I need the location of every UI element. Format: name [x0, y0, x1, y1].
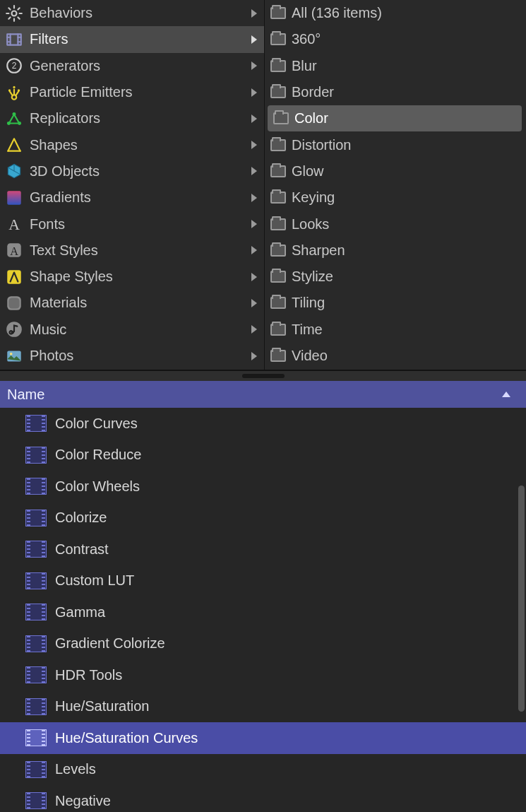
- subcategory-label: Sharpen: [292, 242, 526, 259]
- category-label: Photos: [30, 348, 246, 364]
- filter-item-icon: [25, 761, 47, 778]
- library-item-row[interactable]: Color Curves: [0, 408, 526, 440]
- library-item-row[interactable]: Levels: [0, 754, 526, 786]
- library-item-label: Contrast: [55, 541, 109, 558]
- folder-icon: [270, 139, 286, 151]
- badge2-icon: 2: [4, 56, 24, 76]
- library-item-row[interactable]: Hue/Saturation Curves: [0, 722, 526, 754]
- folder-icon: [270, 297, 286, 309]
- library-items-list: Color CurvesColor ReduceColor WheelsColo…: [0, 408, 526, 812]
- library-item-row[interactable]: HDR Tools: [0, 659, 526, 691]
- folder-icon: [270, 324, 286, 336]
- library-category-materials[interactable]: Materials: [0, 290, 264, 316]
- disclosure-arrow-icon: [251, 246, 257, 254]
- svg-point-26: [11, 331, 14, 334]
- library-item-row[interactable]: Color Reduce: [0, 440, 526, 471]
- scrollbar-thumb[interactable]: [518, 486, 525, 712]
- subcategory-label: Border: [292, 84, 526, 100]
- filter-item-icon: [25, 541, 47, 558]
- library-subcategory-time[interactable]: Time: [265, 317, 526, 343]
- category-label: Shape Styles: [30, 269, 246, 285]
- library-items-pane: Name Color CurvesColor ReduceColor Wheel…: [0, 381, 526, 812]
- folder-icon: [273, 112, 289, 124]
- library-subcategory-glow[interactable]: Glow: [265, 158, 526, 184]
- library-category-text-styles[interactable]: AText Styles: [0, 237, 264, 264]
- library-category-fonts[interactable]: AFonts: [0, 211, 264, 237]
- library-category-replicators[interactable]: Replicators: [0, 105, 264, 131]
- library-item-label: Color Reduce: [55, 447, 141, 463]
- library-browser-top: BehaviorsFilters2GeneratorsParticle Emit…: [0, 0, 526, 371]
- filmstrip-icon: [4, 30, 24, 49]
- library-item-label: Gradient Colorize: [55, 635, 165, 652]
- library-item-label: Colorize: [55, 510, 107, 526]
- category-label: Filters: [30, 31, 246, 47]
- gear-icon: [4, 4, 24, 23]
- library-subcategory-keying[interactable]: Keying: [265, 184, 526, 211]
- library-category-behaviors[interactable]: Behaviors: [0, 0, 264, 26]
- folder-icon: [270, 86, 286, 98]
- library-item-label: HDR Tools: [55, 667, 122, 683]
- svg-point-12: [13, 86, 15, 88]
- library-subcategory-border[interactable]: Border: [265, 79, 526, 105]
- filter-item-icon: [25, 572, 47, 589]
- svg-text:A: A: [8, 216, 20, 233]
- filter-item-icon: [25, 666, 47, 683]
- library-item-label: Levels: [55, 761, 96, 777]
- library-category-3d-objects[interactable]: 3D Objects: [0, 158, 264, 184]
- subcategory-label: Video: [292, 348, 526, 364]
- subcategory-label: Distortion: [292, 137, 526, 153]
- library-item-label: Hue/Saturation Curves: [55, 730, 198, 746]
- library-subcategory-color[interactable]: Color: [268, 105, 522, 131]
- library-category-filters[interactable]: Filters: [0, 26, 264, 52]
- category-label: Generators: [30, 58, 246, 74]
- library-item-row[interactable]: Custom LUT: [0, 565, 526, 597]
- filter-item-icon: [25, 415, 47, 432]
- library-category-particle-emitters[interactable]: Particle Emitters: [0, 79, 264, 105]
- category-label: Replicators: [30, 110, 246, 126]
- library-subcategory-all-136-items-[interactable]: All (136 items): [265, 0, 526, 26]
- list-header[interactable]: Name: [0, 381, 526, 408]
- folder-icon: [270, 165, 286, 177]
- library-item-row[interactable]: Contrast: [0, 534, 526, 565]
- library-subcategory-distortion[interactable]: Distortion: [265, 131, 526, 158]
- library-category-shape-styles[interactable]: Shape Styles: [0, 264, 264, 290]
- library-subcategory-360-[interactable]: 360°: [265, 26, 526, 52]
- library-subcategory-stylize[interactable]: Stylize: [265, 264, 526, 290]
- library-item-row[interactable]: Hue/Saturation: [0, 691, 526, 723]
- library-subcategory-tiling[interactable]: Tiling: [265, 290, 526, 316]
- material-icon: [4, 293, 24, 313]
- disclosure-arrow-icon: [251, 325, 257, 334]
- library-item-row[interactable]: Negative: [0, 785, 526, 812]
- library-item-row[interactable]: Colorize: [0, 502, 526, 534]
- library-item-row[interactable]: Color Wheels: [0, 471, 526, 502]
- subcategory-label: Color: [294, 110, 522, 126]
- folder-icon: [270, 245, 286, 257]
- library-item-row[interactable]: Gradient Colorize: [0, 628, 526, 660]
- fontA-box-icon: A: [4, 240, 24, 260]
- grad-icon: [4, 188, 24, 208]
- library-item-label: Color Curves: [55, 416, 138, 432]
- folder-icon: [270, 271, 286, 283]
- folder-icon: [270, 33, 286, 45]
- pane-resize-handle[interactable]: [0, 371, 526, 381]
- category-label: Text Styles: [30, 242, 246, 259]
- disclosure-arrow-icon: [251, 88, 257, 97]
- svg-point-28: [10, 352, 13, 355]
- library-item-label: Custom LUT: [55, 572, 134, 589]
- filter-item-icon: [25, 604, 47, 620]
- library-category-gradients[interactable]: Gradients: [0, 184, 264, 211]
- library-category-generators[interactable]: 2Generators: [0, 53, 264, 79]
- library-subcategory-looks[interactable]: Looks: [265, 211, 526, 237]
- library-category-music[interactable]: Music: [0, 317, 264, 343]
- library-subcategory-sharpen[interactable]: Sharpen: [265, 237, 526, 264]
- disclosure-arrow-icon: [251, 194, 257, 202]
- library-item-row[interactable]: Gamma: [0, 596, 526, 628]
- library-category-shapes[interactable]: Shapes: [0, 131, 264, 158]
- nodes-icon: [4, 109, 24, 129]
- library-subcategory-video[interactable]: Video: [265, 343, 526, 369]
- subcategory-label: Blur: [292, 58, 526, 74]
- library-category-photos[interactable]: Photos: [0, 343, 264, 369]
- svg-text:A: A: [10, 245, 18, 258]
- category-label: Shapes: [30, 137, 246, 153]
- library-subcategory-blur[interactable]: Blur: [265, 53, 526, 79]
